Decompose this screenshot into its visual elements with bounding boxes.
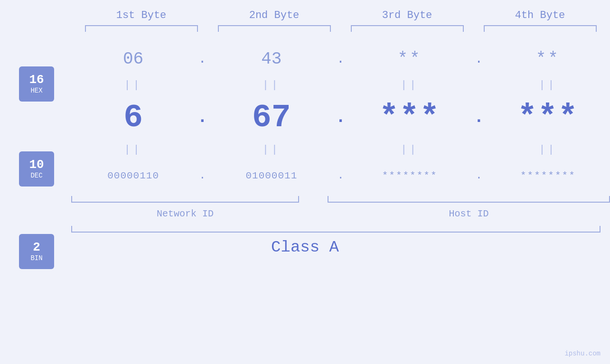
host-id-bracket (328, 196, 610, 203)
outer-bracket (71, 226, 601, 233)
bin-b3: ******** (348, 170, 472, 181)
host-id-label: Host ID (328, 208, 610, 219)
byte4-header: 4th Byte (481, 9, 600, 25)
eq2-b1: || (71, 144, 195, 156)
eq1-b2: || (209, 79, 333, 91)
badges-column: 16 HEX 10 DEC 2 BIN (19, 66, 54, 269)
hex-b4: ** (486, 49, 610, 69)
dot-hex-1: . (195, 52, 209, 66)
dot-hex-3: . (472, 52, 486, 66)
dot-bin-1: . (195, 170, 209, 182)
network-id-label: Network ID (71, 208, 299, 219)
bin-badge: 2 BIN (19, 234, 54, 269)
bracket-byte2 (218, 25, 331, 32)
bin-b1: 00000110 (71, 170, 195, 181)
dot-hex-2: . (334, 52, 348, 66)
bin-b2: 01000011 (209, 170, 333, 181)
bracket-byte1 (85, 25, 198, 32)
bin-b4: ******** (486, 170, 610, 181)
dot-bin-2: . (334, 170, 348, 182)
bracket-byte4 (484, 25, 597, 32)
hex-badge: 16 HEX (19, 66, 54, 102)
eq1-b1: || (71, 79, 195, 91)
byte2-header: 2nd Byte (215, 9, 334, 25)
dec-b3: *** (348, 99, 472, 136)
class-label: Class A (0, 238, 610, 256)
dec-b1: 6 (71, 99, 195, 136)
hex-b1: 06 (71, 49, 195, 69)
dot-dec-3: . (472, 108, 486, 127)
byte3-header: 3rd Byte (348, 9, 467, 25)
eq2-b2: || (209, 144, 333, 156)
eq1-b3: || (348, 79, 472, 91)
network-id-bracket (71, 196, 299, 203)
dot-dec-2: . (334, 108, 348, 127)
hex-b2: 43 (209, 49, 333, 69)
eq1-b4: || (486, 79, 610, 91)
hex-b3: ** (348, 49, 472, 69)
dec-badge: 10 DEC (19, 151, 54, 187)
eq2-b4: || (486, 144, 610, 156)
dot-bin-3: . (472, 170, 486, 182)
dec-b4: *** (486, 99, 610, 136)
byte1-header: 1st Byte (82, 9, 201, 25)
bracket-byte3 (351, 25, 464, 32)
dot-dec-1: . (195, 108, 209, 127)
watermark: ipshu.com (564, 350, 601, 357)
dec-b2: 67 (209, 99, 333, 136)
main-container: 1st Byte 2nd Byte 3rd Byte 4th Byte 06 .… (0, 0, 610, 364)
eq2-b3: || (348, 144, 472, 156)
